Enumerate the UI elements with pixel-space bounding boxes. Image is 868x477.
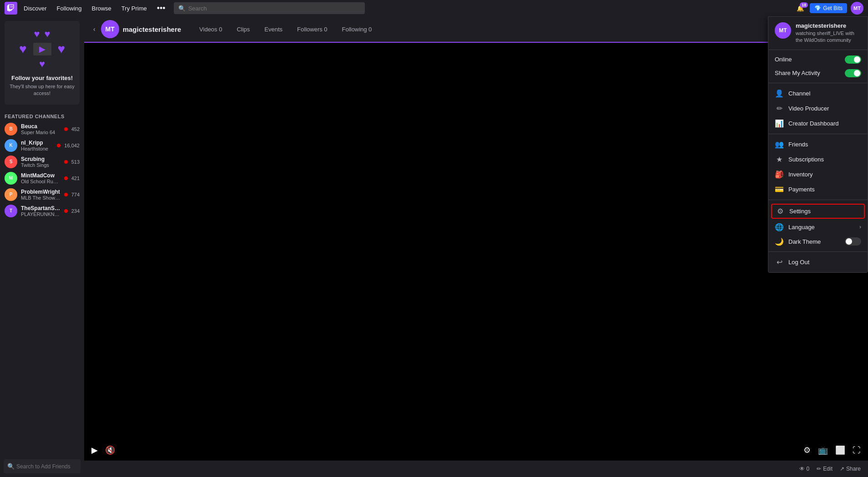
user-dropdown-menu: MT magictesterishere watching sheriff_LI… — [768, 16, 868, 273]
creator-dashboard-icon: 📊 — [775, 119, 784, 128]
theatre-mode-button[interactable]: ⬜ — [833, 443, 847, 457]
dark-theme-toggle[interactable] — [845, 237, 861, 246]
dark-theme-toggle-row: 🌙 Dark Theme — [768, 235, 868, 249]
channel-avatar-nl-kripp: K — [5, 139, 17, 152]
twitch-logo[interactable] — [5, 2, 17, 15]
nav-right-section: 🔔 18 💎 Get Bits MT — [795, 2, 863, 15]
settings-ctrl-button[interactable]: ⚙ — [802, 443, 812, 457]
channel-info-mintmadcow: MintMadCow Old School RuneScape — [21, 172, 61, 184]
live-dot-thespartanshow — [64, 209, 68, 213]
dropdown-payments-item[interactable]: 💳 Payments — [768, 182, 868, 197]
browse-button[interactable]: Browse — [88, 3, 115, 14]
dropdown-subscriptions-item[interactable]: ★ Subscriptions — [768, 152, 868, 167]
try-prime-button[interactable]: Try Prime — [118, 3, 151, 14]
count-value: 0 — [807, 466, 810, 472]
count-icon: 👁 — [799, 466, 805, 472]
tab-events[interactable]: Events — [257, 22, 290, 37]
heart-icon-5: ♥ — [39, 58, 45, 70]
user-avatar-button[interactable]: MT — [851, 2, 863, 15]
top-navigation: Discover Following Browse Try Prime ••• … — [0, 0, 868, 16]
main-layout: ♥ ♥ ♥ ▶ ♥ ♥ Follow your favorites! They'… — [0, 16, 868, 477]
channel-item-mintmadcow[interactable]: M MintMadCow Old School RuneScape 421 — [0, 170, 84, 186]
channel-name-mintmadcow: MintMadCow — [21, 172, 61, 179]
channel-item-scrubing[interactable]: S Scrubing Twitch Sings 513 — [0, 154, 84, 170]
dropdown-logout-item[interactable]: ↩ Log Out — [768, 255, 868, 270]
profile-chevron-icon[interactable]: ‹ — [91, 24, 97, 35]
notifications-button[interactable]: 🔔 18 — [795, 3, 806, 14]
channel-item-thespartanshow[interactable]: T TheSpartanShow PLAYERUNKNOWN'S ... 234 — [0, 203, 84, 219]
dropdown-language-item[interactable]: 🌐 Language › — [768, 220, 868, 235]
dropdown-settings-section: ⚙ Settings 🌐 Language › 🌙 Dark Theme — [768, 200, 868, 252]
edit-button[interactable]: ✏ Edit — [817, 466, 833, 472]
notification-badge: 18 — [800, 2, 808, 8]
channel-avatar-problemwright: P — [5, 188, 17, 201]
get-bits-button[interactable]: 💎 Get Bits — [810, 3, 847, 13]
search-input[interactable] — [188, 5, 360, 12]
tab-clips[interactable]: Clips — [229, 22, 257, 37]
subscriptions-icon: ★ — [775, 155, 784, 164]
channel-item-problemwright[interactable]: P ProblemWright MLB The Show 19 774 — [0, 186, 84, 203]
play-button[interactable]: ▶ — [90, 443, 100, 457]
dropdown-creator-dashboard-item[interactable]: 📊 Creator Dashboard — [768, 116, 868, 131]
dropdown-user-section: MT magictesterishere watching sheriff_LI… — [768, 17, 868, 50]
language-chevron-icon: › — [859, 224, 861, 230]
online-toggle-row: Online — [768, 53, 868, 66]
hearts-bottom-row: ♥ — [39, 58, 45, 70]
mute-button[interactable]: 🔇 — [103, 443, 117, 457]
channel-icon: 👤 — [775, 89, 784, 98]
sidebar-search-input[interactable] — [16, 463, 77, 470]
channel-item-beuca[interactable]: B Beuca Super Mario 64 452 — [0, 121, 84, 137]
live-dot-mintmadcow — [64, 176, 68, 180]
sidebar-search-icon: 🔍 — [7, 463, 15, 470]
online-toggle[interactable] — [845, 55, 861, 64]
count-button[interactable]: 👁 0 — [799, 466, 810, 472]
subscriptions-label: Subscriptions — [788, 156, 824, 163]
tab-following[interactable]: Following 0 — [335, 22, 379, 37]
discover-button[interactable]: Discover — [20, 3, 50, 14]
channel-info-nl-kripp: nl_Kripp Hearthstone — [21, 140, 53, 151]
friends-icon: 👥 — [775, 140, 784, 149]
dropdown-inventory-item[interactable]: 🎒 Inventory — [768, 167, 868, 182]
fullscreen-button[interactable]: ⛶ — [851, 444, 863, 457]
dropdown-channel-item[interactable]: 👤 Channel — [768, 86, 868, 101]
channel-info-beuca: Beuca Super Mario 64 — [21, 123, 61, 135]
profile-avatar: MT — [101, 20, 119, 38]
dropdown-user-avatar: MT — [775, 22, 791, 39]
tab-videos[interactable]: Videos 0 — [192, 22, 229, 37]
online-toggle-knob — [854, 56, 860, 63]
channel-avatar-beuca: B — [5, 123, 17, 136]
inventory-label: Inventory — [788, 171, 812, 178]
video-producer-icon: ✏ — [775, 104, 784, 113]
logout-label: Log Out — [788, 259, 809, 266]
share-activity-toggle[interactable] — [845, 69, 861, 77]
channel-label: Channel — [788, 90, 810, 97]
friends-label: Friends — [788, 141, 808, 148]
channel-info-problemwright: ProblemWright MLB The Show 19 — [21, 189, 61, 201]
dropdown-friends-item[interactable]: 👥 Friends — [768, 137, 868, 152]
dark-theme-icon: 🌙 — [775, 237, 784, 246]
payments-icon: 💳 — [775, 185, 784, 194]
language-label: Language — [788, 224, 815, 231]
tab-followers[interactable]: Followers 0 — [290, 22, 334, 37]
channel-game-mintmadcow: Old School RuneScape — [21, 179, 61, 184]
dropdown-channel-section: 👤 Channel ✏ Video Producer 📊 Creator Das… — [768, 83, 868, 134]
channel-item-nl-kripp[interactable]: K nl_Kripp Hearthstone 16,042 — [0, 137, 84, 154]
heart-icon-4: ♥ — [58, 42, 66, 56]
live-dot-scrubing — [64, 160, 68, 164]
cast-button[interactable]: 📺 — [816, 443, 830, 457]
online-label: Online — [775, 56, 792, 63]
more-button[interactable]: ••• — [153, 2, 169, 15]
settings-label: Settings — [789, 208, 811, 215]
channel-game-problemwright: MLB The Show 19 — [21, 195, 61, 201]
following-button[interactable]: Following — [53, 3, 86, 14]
dropdown-video-producer-item[interactable]: ✏ Video Producer — [768, 101, 868, 116]
dark-theme-toggle-knob — [846, 238, 852, 245]
follow-favorites-box: ♥ ♥ ♥ ▶ ♥ ♥ Follow your favorites! They'… — [5, 21, 80, 105]
sidebar: ♥ ♥ ♥ ▶ ♥ ♥ Follow your favorites! They'… — [0, 16, 84, 477]
channel-name-nl-kripp: nl_Kripp — [21, 140, 53, 146]
share-button[interactable]: ↗ Share — [840, 466, 861, 472]
video-player[interactable]: ▶ 🔇 ⚙ 📺 ⬜ ⛶ — [84, 43, 868, 461]
dropdown-settings-item[interactable]: ⚙ Settings — [771, 204, 865, 219]
inventory-icon: 🎒 — [775, 170, 784, 179]
heart-icon-3: ♥ — [19, 42, 27, 56]
